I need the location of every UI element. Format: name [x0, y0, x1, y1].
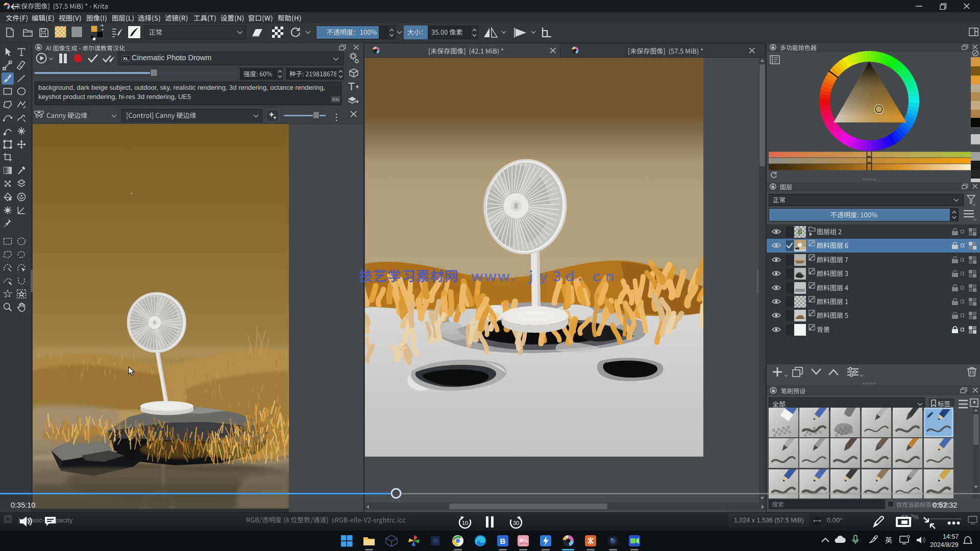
- svg-text:10: 10: [462, 520, 468, 526]
- svg-text:B: B: [500, 537, 506, 545]
- svg-text:30: 30: [513, 520, 519, 526]
